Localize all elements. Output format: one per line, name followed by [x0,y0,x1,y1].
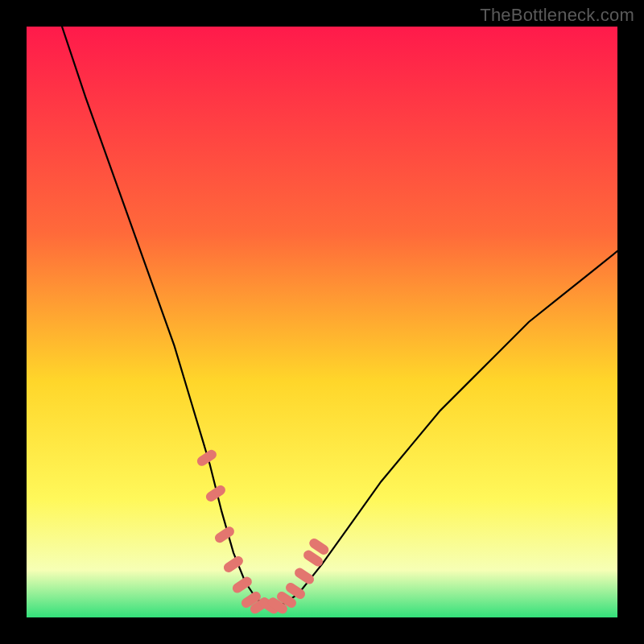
curve-marker [282,597,291,603]
curve-marker [237,582,247,588]
curve-marker [291,588,300,594]
curve-marker [246,597,256,603]
curve-marker [202,455,212,461]
bottleneck-chart [27,27,617,617]
curve-marker [299,573,309,580]
curve-marker [273,602,283,609]
watermark-text: TheBottleneck.com [480,5,634,26]
curve-marker [220,531,229,538]
curve-marker [211,490,221,497]
curve-marker [308,555,318,562]
curve-marker [229,561,238,568]
curve-marker [314,543,324,550]
